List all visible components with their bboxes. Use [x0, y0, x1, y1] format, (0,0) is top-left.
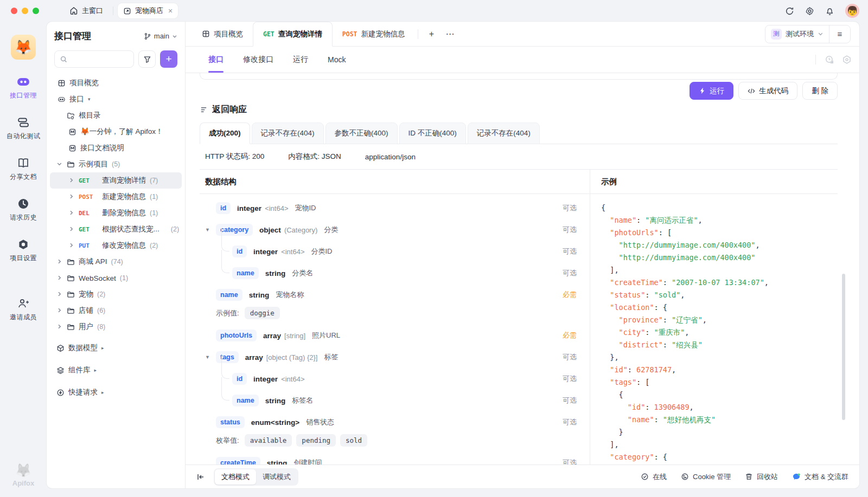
- field-name-badge: id: [232, 246, 247, 257]
- chevron-right-icon[interactable]: [56, 274, 63, 282]
- tree-folder[interactable]: 宠物(2): [50, 286, 182, 302]
- field-required-flag: 可选: [563, 225, 577, 235]
- new-tab-button[interactable]: +: [424, 27, 439, 42]
- chevron-down-icon[interactable]: [56, 160, 63, 169]
- tab-more-button[interactable]: ⋯: [442, 27, 457, 42]
- filter-button[interactable]: [138, 50, 156, 68]
- caret-right-icon: ▸: [101, 345, 104, 351]
- debug-mode-button[interactable]: 调试模式: [256, 469, 297, 485]
- schema-row[interactable]: ▼ tags array [object (Tag) {2}] 标签 可选: [200, 346, 590, 368]
- chevron-right-icon[interactable]: [56, 258, 63, 266]
- doc-tab[interactable]: POST新建宠物信息: [333, 22, 415, 46]
- response-tab[interactable]: 参数不正确(400): [326, 122, 398, 144]
- docs-community[interactable]: 文档 & 交流群: [792, 472, 848, 482]
- collapse-sidebar-icon[interactable]: [196, 473, 205, 481]
- apifox-logo[interactable]: 🦊: [11, 35, 36, 60]
- chevron-right-icon[interactable]: [56, 291, 63, 299]
- run-button[interactable]: 运行: [690, 82, 733, 100]
- rail-item-request-history[interactable]: 请求历史: [7, 198, 41, 222]
- tree-doc[interactable]: 🦊一分钟，了解 Apifox！: [50, 124, 182, 140]
- schema-row[interactable]: name string 分类名 可选: [200, 262, 590, 284]
- subtab-运行[interactable]: 运行: [293, 47, 308, 73]
- chevron-right-icon[interactable]: [68, 225, 75, 234]
- rail-item-auto-testing[interactable]: 自动化测试: [7, 117, 41, 141]
- tree-folder[interactable]: 用户(8): [50, 319, 182, 335]
- cookie-manager[interactable]: Cookie 管理: [681, 472, 731, 482]
- tree-endpoint[interactable]: DEL删除宠物信息(1): [50, 205, 182, 221]
- chevron-right-icon[interactable]: [56, 307, 63, 315]
- caret-down-icon[interactable]: ▼: [205, 227, 210, 233]
- close-window-button[interactable]: [11, 8, 17, 14]
- chevron-right-icon[interactable]: [68, 193, 75, 201]
- tree-endpoint[interactable]: GET查询宠物详情(7): [50, 172, 182, 189]
- schema-row[interactable]: id integer <int64> 宠物ID 可选: [200, 197, 590, 219]
- project-tab[interactable]: 宠物商店 ×: [118, 3, 178, 18]
- response-tab[interactable]: 成功(200): [200, 122, 250, 144]
- scrollbar-thumb[interactable]: [842, 274, 845, 420]
- subtab-修改接口[interactable]: 修改接口: [243, 47, 273, 73]
- response-tab[interactable]: 记录不存在(404): [468, 122, 540, 144]
- rail-item-project-settings[interactable]: 项目设置: [7, 238, 41, 263]
- home-tab[interactable]: 主窗口: [64, 3, 108, 18]
- schema-row[interactable]: ▼ category object (Category) 分类 可选: [200, 219, 590, 241]
- field-type-extra: <int64>: [281, 248, 304, 256]
- schema-row[interactable]: status enum<string> 销售状态 可选: [200, 411, 590, 433]
- close-tab-icon[interactable]: ×: [168, 7, 173, 15]
- add-api-button[interactable]: +: [160, 50, 177, 68]
- schema-row[interactable]: id integer <int64> 分类ID 可选: [200, 241, 590, 262]
- caret-down-icon[interactable]: ▼: [205, 354, 210, 360]
- environment-selector[interactable]: 测 测试环境 ≡: [765, 25, 851, 43]
- response-tab[interactable]: 记录不存在(404): [252, 122, 324, 144]
- subtab-接口[interactable]: 接口: [208, 47, 224, 73]
- user-avatar[interactable]: 👦: [845, 4, 859, 18]
- tree-header-接口[interactable]: 接口▾: [50, 91, 182, 107]
- history-clock-icon[interactable]: [825, 55, 834, 64]
- minimize-window-button[interactable]: [22, 8, 28, 14]
- tree-endpoint[interactable]: POST新建宠物信息(1): [50, 189, 182, 205]
- tree-folder[interactable]: WebSocket(1): [50, 270, 182, 286]
- chevron-right-icon[interactable]: [68, 209, 75, 217]
- generate-code-button[interactable]: 生成代码: [738, 82, 797, 100]
- notifications-bell-icon[interactable]: [825, 7, 834, 16]
- doc-mode-button[interactable]: 文档模式: [215, 469, 256, 485]
- tree-doc[interactable]: 接口文档说明: [50, 140, 182, 156]
- online-status[interactable]: 在线: [641, 472, 667, 482]
- tree-section-数据模型[interactable]: 数据模型▸: [50, 339, 182, 357]
- maximize-window-button[interactable]: [33, 8, 39, 14]
- endpoint-settings-icon[interactable]: [842, 55, 852, 64]
- tree-endpoint[interactable]: GET根据状态查找宠...(2): [50, 221, 182, 237]
- schema-row[interactable]: name string 宠物名称 必需: [200, 284, 590, 306]
- settings-gear-icon[interactable]: [805, 7, 814, 16]
- tree-endpoint[interactable]: PUT修改宠物信息(2): [50, 237, 182, 254]
- schema-row[interactable]: name string 标签名 可选: [200, 390, 590, 411]
- doc-tab[interactable]: GET查询宠物详情: [253, 22, 333, 47]
- rail-item-api-management[interactable]: 接口管理: [7, 76, 41, 100]
- chevron-right-icon[interactable]: [56, 323, 63, 331]
- recycle-bin[interactable]: 回收站: [745, 472, 778, 482]
- rail-item-share-docs[interactable]: 分享文档: [7, 157, 41, 182]
- rail-item-invite-members[interactable]: 邀请成员: [7, 298, 41, 322]
- tree-folder[interactable]: 店铺(6): [50, 302, 182, 319]
- overview-grid-icon: [202, 30, 210, 38]
- tree-header-项目概览[interactable]: 项目概览: [50, 75, 182, 91]
- schema-row[interactable]: createTime string 创建时间 可选: [200, 452, 590, 464]
- branch-selector[interactable]: main: [144, 32, 177, 40]
- schema-row[interactable]: id integer <int64> 可选: [200, 368, 590, 390]
- chevron-right-icon[interactable]: [68, 242, 75, 250]
- tree-folder[interactable]: 商城 API(74): [50, 254, 182, 270]
- chevron-right-icon[interactable]: [68, 177, 75, 185]
- search-input[interactable]: [54, 50, 134, 68]
- schema-row[interactable]: photoUrls array [string] 照片URL 必需: [200, 325, 590, 346]
- tree-section-组件库[interactable]: 组件库▸: [50, 361, 182, 379]
- tree-folder[interactable]: 示例项目(5): [50, 156, 182, 172]
- tree-section-快捷请求[interactable]: 快捷请求▸: [50, 383, 182, 402]
- refresh-icon[interactable]: [785, 7, 794, 16]
- tree-folder[interactable]: 根目录: [50, 107, 182, 124]
- doc-tab[interactable]: 项目概览: [192, 22, 253, 46]
- environment-label: 测试环境: [786, 29, 814, 39]
- subtab-Mock[interactable]: Mock: [328, 47, 346, 73]
- response-tab[interactable]: ID 不正确(400): [399, 122, 466, 144]
- environment-menu-icon[interactable]: ≡: [829, 25, 850, 43]
- response-list-icon: [200, 106, 208, 114]
- delete-button[interactable]: 删 除: [802, 82, 838, 100]
